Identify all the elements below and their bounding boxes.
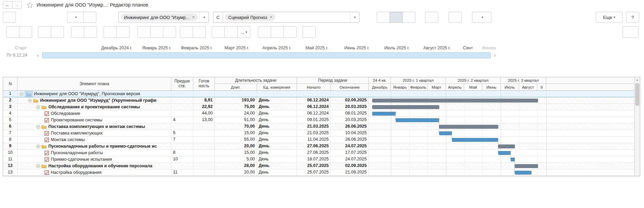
- cell-plan-element[interactable]: Поставка комплектующих: [18, 130, 171, 136]
- forward-button[interactable]: →: [12, 1, 22, 9]
- collapse-expander-icon[interactable]: [28, 99, 32, 102]
- cell-duration[interactable]: 5,00: [215, 156, 257, 162]
- col-header-dur[interactable]: Длит.: [215, 84, 257, 90]
- cell-predecessor[interactable]: 11: [171, 169, 193, 176]
- cell-readiness[interactable]: [193, 143, 215, 149]
- add-milestone-button[interactable]: [19, 26, 32, 38]
- quarter-header[interactable]: 2025 г. 2 квартал: [446, 77, 501, 83]
- edit-menu-button[interactable]: ▾: [472, 12, 491, 23]
- collapse-expander-icon[interactable]: [36, 105, 40, 109]
- cell-row-number[interactable]: 5: [3, 117, 18, 123]
- month-header[interactable]: Февраль: [409, 84, 427, 90]
- month-header[interactable]: Август: [519, 84, 537, 90]
- gantt-bar-7[interactable]: [439, 131, 452, 135]
- cell-duration[interactable]: 55,00: [215, 137, 257, 143]
- cell-end-date[interactable]: 26.06.2025: [331, 123, 369, 130]
- scenario-combo-dropdown[interactable]: ▾: [350, 12, 359, 22]
- cell-row-number[interactable]: 6: [3, 123, 18, 130]
- cell-row-number[interactable]: 4: [3, 110, 18, 117]
- cell-start-date[interactable]: 18.07.2025: [297, 156, 331, 162]
- cell-readiness[interactable]: 8,91: [193, 97, 215, 103]
- gantt-bar-9[interactable]: [498, 145, 515, 148]
- cell-unit[interactable]: День: [257, 117, 297, 123]
- help-button[interactable]: ?: [626, 12, 639, 23]
- cell-start-date[interactable]: 21.03.2025: [297, 130, 331, 136]
- timeline-scroll-band[interactable]: [42, 52, 491, 58]
- cell-duration[interactable]: 20,00: [215, 143, 257, 149]
- cell-row-number[interactable]: 12: [3, 163, 18, 169]
- plan-row-9[interactable]: 9Пусконаладочные работы и приемо-сдаточн…: [3, 143, 635, 150]
- cell-predecessor[interactable]: [171, 110, 193, 117]
- cell-readiness[interactable]: 44,00: [193, 110, 215, 117]
- vertical-scrollbar[interactable]: ▲: [634, 77, 640, 176]
- move-up-button[interactable]: [104, 26, 117, 38]
- cell-end-date[interactable]: 08.01.2025: [331, 110, 369, 117]
- col-header-unit[interactable]: Ед. измерения: [257, 84, 297, 90]
- cell-readiness[interactable]: 13,00: [193, 117, 215, 123]
- cell-plan-element[interactable]: Монтаж системы: [18, 137, 171, 143]
- cell-readiness[interactable]: [193, 137, 215, 143]
- col-header-duration[interactable]: Длительность задачи: [215, 77, 297, 84]
- cell-duration[interactable]: 15,00: [215, 150, 257, 156]
- undo-button[interactable]: [180, 26, 193, 38]
- quarter-header[interactable]: 2025 г. 3 квартал: [501, 77, 546, 83]
- add-button[interactable]: [6, 26, 19, 38]
- gantt-bar-11[interactable]: [511, 158, 515, 161]
- col-header-readiness[interactable]: Готовность: [193, 77, 215, 90]
- col-header-name[interactable]: Элемент плана: [18, 77, 171, 90]
- cell-unit[interactable]: День: [257, 110, 297, 117]
- gantt-bar-8[interactable]: [452, 138, 498, 142]
- scenario-combo[interactable]: С Сценарий Прогноз × ▾: [213, 12, 359, 23]
- gantt-bar-3[interactable]: [372, 105, 439, 109]
- cell-duration[interactable]: 28,00: [215, 163, 257, 169]
- link-successor-button[interactable]: [150, 26, 163, 38]
- month-header[interactable]: Июль: [501, 84, 519, 90]
- cell-predecessor[interactable]: [171, 97, 193, 103]
- cell-readiness[interactable]: [193, 150, 215, 156]
- collapse-expander-icon[interactable]: [36, 164, 40, 168]
- cell-row-number[interactable]: 13: [3, 169, 18, 176]
- cell-unit[interactable]: День: [257, 169, 297, 176]
- view-table-button[interactable]: [377, 12, 390, 23]
- save-button[interactable]: [3, 12, 16, 23]
- redo-button[interactable]: [193, 26, 206, 38]
- cell-unit[interactable]: День: [257, 156, 297, 162]
- cell-plan-element[interactable]: Проектирование системы: [18, 117, 171, 123]
- plan-row-12[interactable]: 12Настройка оборудования и обучение перс…: [3, 163, 635, 169]
- cell-row-number[interactable]: 9: [3, 143, 18, 149]
- cell-predecessor[interactable]: [171, 143, 193, 149]
- col-header-predecessor[interactable]: Предшеств.: [171, 77, 193, 90]
- collapse-expander-icon[interactable]: [36, 145, 40, 148]
- cell-plan-element[interactable]: Приемо-сдаточные испытания: [18, 156, 171, 162]
- quarter-header[interactable]: 24 4 кв.: [369, 77, 391, 83]
- cell-plan-element[interactable]: Настройка оборудования: [18, 169, 171, 176]
- timeline-prev-button[interactable]: ‹: [34, 52, 42, 58]
- cell-start-date[interactable]: 27.06.2025: [297, 150, 331, 156]
- cell-readiness[interactable]: [193, 130, 215, 136]
- cell-end-date[interactable]: 02.09.2025: [331, 163, 369, 169]
- cell-start-date[interactable]: 25.07.2025: [297, 163, 331, 169]
- structure-button[interactable]: [449, 12, 462, 23]
- cell-predecessor[interactable]: [171, 104, 193, 110]
- cell-predecessor[interactable]: 8: [171, 150, 193, 156]
- view-gantt-button[interactable]: [390, 12, 403, 23]
- clear-plan-icon[interactable]: ×: [192, 15, 195, 20]
- gantt-bar-10[interactable]: [498, 151, 511, 155]
- col-header-n[interactable]: N: [3, 77, 18, 90]
- cell-end-date[interactable]: 17.07.2025: [331, 150, 369, 156]
- more-actions-button[interactable]: ...▾: [237, 26, 250, 38]
- month-header[interactable]: Май: [464, 84, 482, 90]
- favorite-star-icon[interactable]: [27, 2, 33, 8]
- cell-predecessor[interactable]: [171, 91, 193, 97]
- cell-unit[interactable]: День: [257, 163, 297, 169]
- cell-duration[interactable]: 51,00: [215, 117, 257, 123]
- gantt-bar-6[interactable]: [439, 125, 498, 129]
- cell-duration[interactable]: 193,00: [215, 97, 257, 103]
- plan-row-8[interactable]: 8Монтаж системы755,00День11.04.202526.06…: [3, 137, 635, 143]
- month-header[interactable]: Апрель: [446, 84, 464, 90]
- month-header[interactable]: Июнь: [482, 84, 501, 90]
- cell-plan-element[interactable]: Поставка комплектующих и монтаж системы: [18, 123, 171, 130]
- plan-combo-dropdown[interactable]: ▾: [200, 12, 209, 22]
- col-header-end[interactable]: Окончание: [331, 84, 369, 90]
- timeline-next-button[interactable]: ›: [491, 52, 499, 58]
